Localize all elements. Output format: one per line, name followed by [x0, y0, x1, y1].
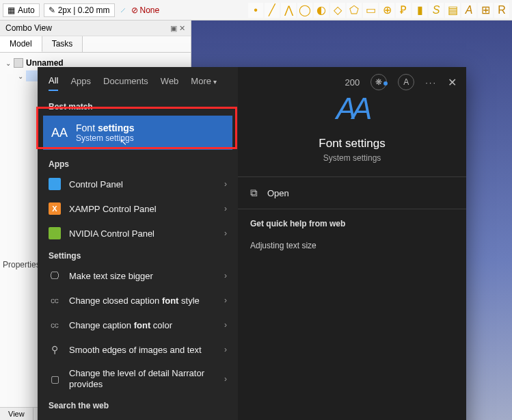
result-label: Change caption font color [69, 320, 172, 330]
none-label: None [140, 5, 160, 15]
linewidth-value: 2px | 0.20 mm [58, 5, 110, 15]
section-settings: Settings [38, 246, 238, 263]
tab-model[interactable]: Model [0, 36, 42, 52]
font-aa-icon: AA [51, 126, 68, 140]
tab-view[interactable]: View [0, 408, 33, 420]
auto-button[interactable]: ▦ Auto [3, 3, 40, 17]
open-label: Open [267, 188, 289, 198]
quick-help-section: Get quick help from web Adjusting text s… [238, 209, 466, 263]
layers-icon: ▦ [8, 5, 15, 15]
section-apps: Apps [38, 154, 238, 172]
brush-icon[interactable]: ⟋ [119, 5, 127, 15]
magnify-icon: ⚲ [49, 343, 61, 356]
tool-icon[interactable]: ⋀ [281, 3, 296, 18]
nvidia-icon [49, 227, 61, 239]
none-button[interactable]: ⊘ None [131, 5, 160, 15]
result-label: Change closed caption font style [69, 296, 200, 306]
combo-header: Combo View ▣ ✕ [0, 21, 191, 36]
setting-result[interactable]: ㏄Change closed caption font style › [38, 288, 238, 313]
narrator-icon: ▢ [49, 373, 61, 385]
tool-icon[interactable]: R [494, 3, 509, 18]
combo-title: Combo View [5, 23, 52, 33]
font-aa-large-icon: AA [336, 92, 368, 126]
tool-icon[interactable]: ▮ [412, 3, 427, 18]
windows-search-panel: All Apps Documents Web More Best match A… [38, 67, 466, 420]
tool-icon[interactable]: Ꝑ [396, 3, 411, 18]
app-result-xampp[interactable]: XXAMPP Control Panel › [38, 196, 238, 221]
best-match-result[interactable]: AA Font settings System settings [43, 116, 232, 150]
auto-label: Auto [18, 5, 35, 15]
web-result[interactable]: ⌕Font - See more search results › [38, 413, 238, 420]
caption-icon: ㏄ [49, 294, 61, 306]
result-label: Smooth edges of images and text [69, 345, 202, 355]
app-result-nvidia[interactable]: NVIDIA Control Panel › [38, 221, 238, 246]
close-icon[interactable]: ✕ [448, 76, 457, 89]
chevron-right-icon: › [224, 204, 227, 213]
open-icon: ⧉ [250, 187, 258, 199]
help-item[interactable]: Adjusting text size [250, 238, 454, 253]
tool-icon[interactable]: A [461, 3, 476, 18]
user-avatar[interactable]: A [398, 74, 414, 90]
search-preview-column: AA Font settings System settings ⧉ Open … [238, 67, 466, 420]
tab-tasks[interactable]: Tasks [42, 36, 83, 52]
search-header-actions: 200 ❋ A ··· ✕ [345, 74, 457, 90]
notification-dot-icon [383, 81, 388, 86]
prohibit-icon: ⊘ [131, 5, 138, 15]
tool-icon[interactable]: ◇ [330, 3, 345, 18]
linewidth-field[interactable]: ✎ 2px | 0.20 mm [44, 3, 115, 17]
document-icon [14, 58, 23, 68]
section-web: Search the web [38, 395, 238, 413]
tool-icon[interactable]: ⬠ [347, 3, 362, 18]
tab-documents[interactable]: Documents [103, 76, 148, 90]
setting-result[interactable]: 🖵Make text size bigger › [38, 263, 238, 288]
help-label: Get quick help from web [250, 219, 454, 228]
rewards-points[interactable]: 200 [345, 77, 360, 88]
result-label: Control Panel [69, 179, 123, 189]
tab-all[interactable]: All [49, 75, 58, 91]
tool-icon[interactable]: ▭ [363, 3, 378, 18]
result-label: Make text size bigger [69, 271, 153, 281]
setting-result[interactable]: ▢Change the level of detail Narrator pro… [38, 362, 238, 395]
open-action[interactable]: ⧉ Open [238, 177, 466, 209]
chevron-right-icon: › [224, 374, 227, 384]
chevron-right-icon: › [224, 228, 227, 238]
tool-icon[interactable]: S [429, 3, 444, 18]
best-match-title: Font settings [76, 122, 135, 133]
chevron-down-icon: ⌄ [5, 60, 11, 67]
chevron-right-icon: › [224, 345, 227, 354]
chevron-right-icon: › [224, 296, 227, 305]
preview-subtitle: System settings [323, 153, 381, 163]
tool-icons: •╱⋀◯◐◇⬠▭⊕Ꝑ▮S▤A⊞R [248, 3, 509, 18]
app-toolbar: ▦ Auto ✎ 2px | 0.20 mm ⟋ ⊘ None •╱⋀◯◐◇⬠▭… [0, 0, 512, 21]
tool-icon[interactable]: • [248, 3, 263, 18]
panel-controls[interactable]: ▣ ✕ [170, 24, 185, 33]
result-label: XAMPP Control Panel [69, 204, 157, 214]
chevron-right-icon: › [224, 320, 227, 330]
rewards-icon[interactable]: ❋ [370, 74, 387, 90]
tool-icon[interactable]: ⊞ [478, 3, 493, 18]
tool-icon[interactable]: ╱ [265, 3, 280, 18]
pen-icon: ✎ [49, 5, 55, 15]
xampp-icon: X [49, 202, 61, 215]
tool-icon[interactable]: ◐ [314, 3, 329, 18]
tree-doc-name: Unnamed [26, 58, 64, 68]
chevron-down-icon: ⌄ [18, 73, 23, 80]
tool-icon[interactable]: ▤ [445, 3, 460, 18]
preview-title: Font settings [319, 137, 385, 150]
result-label: Change the level of detail Narrator prov… [69, 368, 206, 389]
monitor-icon: 🖵 [49, 270, 61, 282]
app-result-control-panel[interactable]: Control Panel › [38, 172, 238, 196]
tool-icon[interactable]: ◯ [297, 3, 312, 18]
tab-apps[interactable]: Apps [70, 76, 91, 90]
setting-result[interactable]: ㏄Change caption font color › [38, 313, 238, 337]
chevron-right-icon: › [224, 271, 227, 280]
more-options-icon[interactable]: ··· [425, 77, 437, 88]
result-label: NVIDIA Control Panel [69, 228, 154, 239]
tab-more[interactable]: More [191, 76, 216, 90]
setting-result[interactable]: ⚲Smooth edges of images and text › [38, 337, 238, 362]
caption-icon: ㏄ [49, 319, 61, 331]
chevron-right-icon: › [224, 179, 227, 189]
section-best-match: Best match [38, 96, 238, 114]
tool-icon[interactable]: ⊕ [379, 3, 394, 18]
tab-web[interactable]: Web [161, 76, 179, 90]
